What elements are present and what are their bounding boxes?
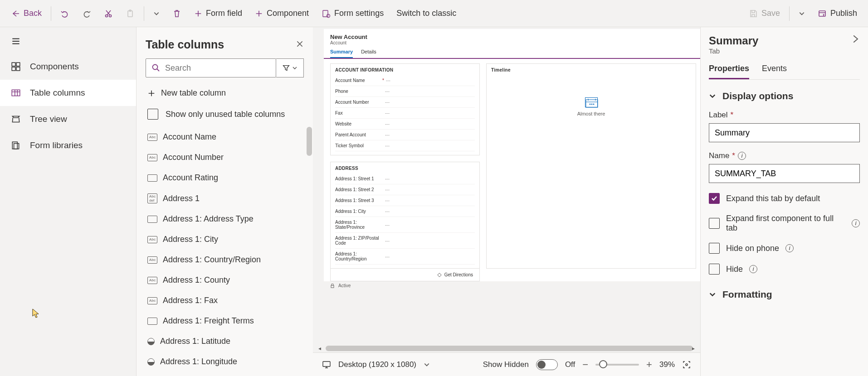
rail-item-form-libraries[interactable]: Form libraries	[0, 132, 136, 159]
section-timeline[interactable]: Timeline Almost there	[486, 63, 696, 269]
preview-tab-details[interactable]: Details	[361, 49, 376, 58]
info-icon[interactable]: i	[852, 219, 860, 227]
switch-classic-button[interactable]: Switch to classic	[391, 5, 462, 22]
column-list-item[interactable]: AbcAddress 1: City	[137, 229, 307, 250]
rail-item-table-columns[interactable]: Table columns	[0, 80, 136, 106]
scroll-left-icon[interactable]: ◂	[318, 345, 321, 352]
form-field-row[interactable]: Address 1: ZIP/Postal Code---	[335, 233, 475, 249]
props-tab-events[interactable]: Events	[762, 64, 787, 79]
zoom-slider[interactable]	[595, 364, 639, 366]
new-column-button[interactable]: New table column	[137, 83, 313, 103]
paste-dropdown[interactable]	[148, 7, 165, 20]
section-account-info[interactable]: ACCOUNT INFORMATION Account Name*---Phon…	[330, 63, 480, 155]
chevron-right-icon[interactable]	[851, 34, 860, 43]
checkbox-icon	[709, 264, 720, 275]
close-panel-button[interactable]	[296, 39, 304, 51]
props-tab-properties[interactable]: Properties	[709, 64, 749, 79]
section-address[interactable]: ADDRESS Address 1: Street 1---Address 1:…	[330, 162, 480, 269]
rail-label: Tree view	[30, 114, 67, 124]
delete-button[interactable]	[167, 5, 187, 22]
undo-button[interactable]	[55, 5, 75, 22]
column-list-item[interactable]: AbcAccount Number	[137, 147, 307, 168]
expand-default-checkbox[interactable]: Expand this tab by default	[709, 193, 860, 204]
section-formatting[interactable]: Formatting	[709, 289, 860, 300]
hide-phone-checkbox[interactable]: Hide on phone i	[709, 243, 860, 254]
publish-button[interactable]: Publish	[812, 5, 863, 22]
form-field-row[interactable]: Address 1: Street 3---	[335, 195, 475, 206]
form-field-row[interactable]: Address 1: Street 1---	[335, 174, 475, 184]
info-icon[interactable]: i	[785, 244, 794, 252]
zoom-out-button[interactable]: −	[582, 359, 588, 371]
form-field-row[interactable]: Address 1: Street 2---	[335, 184, 475, 195]
horizontal-scrollbar[interactable]: ◂ ▸	[320, 344, 693, 352]
column-list-item[interactable]: Address 1: Freight Terms	[137, 311, 307, 331]
form-field-row[interactable]: Ticker Symbol---	[335, 140, 475, 151]
form-preview[interactable]: New Account Account Summary Details ACCO…	[324, 29, 700, 290]
column-list-item[interactable]: AbcAddress 1: County	[137, 270, 307, 290]
hide-checkbox[interactable]: Hide i	[709, 264, 860, 275]
show-hidden-label: Show Hidden	[483, 360, 529, 369]
scrollbar-thumb[interactable]	[326, 346, 693, 351]
column-list-item[interactable]: Address 1: Latitude	[137, 331, 307, 352]
column-list-item[interactable]: AbcAddress 1: Fax	[137, 290, 307, 311]
checkbox-label: Hide	[726, 265, 743, 274]
field-label: Address 1: State/Province	[335, 220, 380, 230]
form-field-row[interactable]: Parent Account---	[335, 130, 475, 140]
column-type-icon	[147, 174, 157, 182]
form-field-row[interactable]: Account Name*---	[335, 75, 475, 86]
chevron-down-icon[interactable]	[424, 362, 430, 368]
form-field-row[interactable]: Address 1: State/Province---	[335, 217, 475, 233]
device-label[interactable]: Desktop (1920 x 1080)	[338, 360, 416, 369]
form-field-row[interactable]: Website---	[335, 119, 475, 130]
search-field[interactable]	[146, 58, 276, 77]
info-icon[interactable]: i	[749, 265, 757, 273]
scrollbar[interactable]	[306, 127, 313, 376]
slider-thumb[interactable]	[599, 360, 607, 368]
column-label: Address 1: Freight Terms	[163, 316, 254, 326]
info-icon[interactable]: i	[738, 152, 746, 160]
show-unused-checkbox-row[interactable]: Show only unused table columns	[137, 103, 313, 127]
scroll-right-icon[interactable]: ▸	[692, 345, 695, 352]
label-input[interactable]	[709, 123, 860, 142]
add-component-button[interactable]: Component	[249, 5, 314, 22]
column-list-item[interactable]: AbcdefAddress 1	[137, 188, 307, 209]
scrollbar-thumb[interactable]	[307, 127, 312, 156]
component-label: Component	[267, 9, 309, 18]
form-field-row[interactable]: Address 1: Country/Region---	[335, 249, 475, 265]
hamburger-button[interactable]	[0, 31, 136, 53]
form-field-row[interactable]: Fax---	[335, 108, 475, 119]
rail-item-components[interactable]: Components	[0, 53, 136, 80]
expand-first-checkbox[interactable]: Expand first component to full tab i	[709, 214, 860, 233]
column-list-item[interactable]: AbcAccount Name	[137, 127, 307, 147]
form-field-row[interactable]: Phone---	[335, 86, 475, 97]
form-settings-button[interactable]: Form settings	[316, 5, 389, 22]
redo-button[interactable]	[77, 5, 97, 22]
redo-icon	[82, 9, 91, 18]
column-list-item[interactable]: Account Rating	[137, 168, 307, 188]
form-field-row[interactable]: Address 1: City---	[335, 206, 475, 217]
column-label: Account Number	[163, 153, 224, 162]
column-list-item[interactable]: Address 1: Address Type	[137, 209, 307, 229]
form-field-row[interactable]: Account Number---	[335, 97, 475, 108]
show-hidden-toggle[interactable]	[536, 359, 558, 370]
paste-button[interactable]	[120, 5, 140, 22]
cut-button[interactable]	[98, 5, 118, 22]
zoom-in-button[interactable]: +	[646, 359, 652, 371]
filter-button[interactable]	[276, 58, 304, 77]
add-form-field-button[interactable]: Form field	[189, 5, 248, 22]
field-label: Address 1: Street 3	[335, 198, 380, 203]
fit-screen-icon[interactable]	[682, 360, 691, 369]
section-display-options[interactable]: Display options	[709, 91, 860, 101]
field-value: ---	[385, 111, 390, 116]
name-input[interactable]	[709, 164, 860, 183]
back-button[interactable]: Back	[5, 5, 47, 22]
rail-item-tree-view[interactable]: Tree view	[0, 106, 136, 132]
preview-tab-summary[interactable]: Summary	[330, 49, 353, 58]
column-list-item[interactable]: Address 1: Longitude	[137, 352, 307, 372]
get-directions-row[interactable]: Get Directions	[330, 269, 480, 281]
checkbox-label: Hide on phone	[726, 244, 779, 253]
search-input[interactable]	[165, 63, 270, 73]
column-list-item[interactable]: AbcAddress 1: Country/Region	[137, 250, 307, 270]
save-dropdown[interactable]	[793, 7, 810, 20]
save-button[interactable]: Save	[743, 5, 785, 22]
